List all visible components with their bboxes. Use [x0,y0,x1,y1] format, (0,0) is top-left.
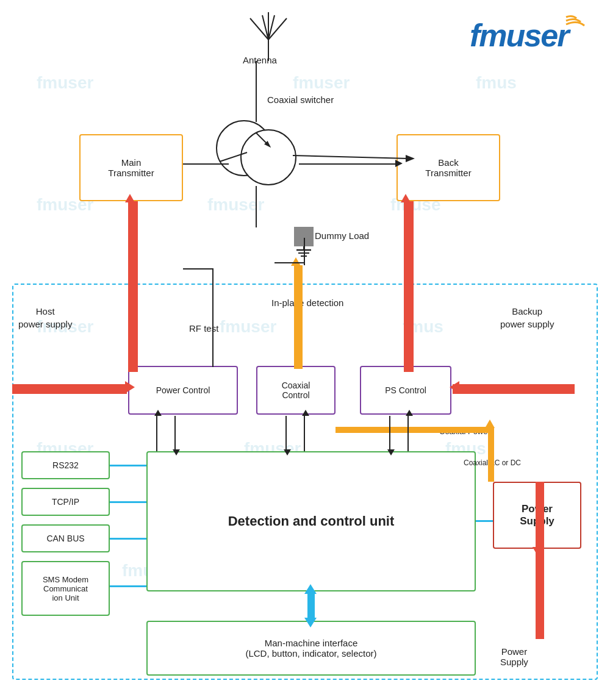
yellow-arrow-up [294,265,303,369]
logo-area: fmuser [470,11,592,54]
black-arrow-ps-down2 [407,416,409,451]
arrowhead-yellow-up [291,257,301,266]
can-bus-box: CAN BUS [21,524,110,552]
black-arrow-cc-down2 [304,416,305,451]
main-transmitter-box: Main Transmitter [79,134,183,201]
power-supply-bottom-label: PowerSupply [500,646,528,667]
red-arrow-ps-bottom [536,549,544,639]
blue-sms-line [110,585,146,587]
power-control-box: Power Control [128,366,238,415]
blue-arrow-vert [307,591,315,621]
arrowhead-back [395,160,403,167]
backup-power-supply-label: Backuppower supply [500,305,554,330]
blue-can-line [110,538,146,540]
line-dummy-cc [304,238,305,265]
arrowhead-yellow-power [485,420,495,428]
arrowhead-blue-up [304,584,317,594]
black-arrow-pc-down [174,416,176,451]
in-place-detection-label: In-place detection [271,298,343,308]
watermark-2: fmuser [293,73,350,93]
arrowhead-blue-down [304,618,317,627]
antenna-label: Antenna [243,55,277,65]
arrowhead-main-up [125,194,135,202]
rf-test-label: RF test [189,323,218,334]
black-arrow-ps-down [389,416,390,451]
watermark-3: fmus [476,73,517,93]
yellow-vert-power [488,427,494,482]
blue-rs232-line [110,465,146,466]
line-dummy-cc-horiz [274,262,305,263]
sms-modem-box: SMS Modem Communicat ion Unit [21,561,110,616]
red-arrow-back-down [404,201,414,372]
arrowhead-cc-down [284,449,291,455]
arrowhead-pc-down [173,449,180,455]
red-arrow-left-horiz [12,384,127,394]
blue-tcp-line [110,501,146,503]
fmuser-logo: fmuser [470,11,592,54]
black-arrow-pc-down2 [156,416,157,451]
red-arrow-right-horiz [453,384,575,394]
svg-marker-17 [406,155,415,162]
svg-line-16 [293,155,409,159]
rf-test-line [212,268,214,367]
arrowhead-cc-up [302,410,309,416]
arrowhead-ps-down [387,449,395,455]
red-arrow-ps-vert [536,482,544,549]
tcp-ip-box: TCP/IP [21,488,110,516]
diagram-container: fmuser fmuser fmus fmuser fmuser fmuse f… [0,0,610,700]
host-power-supply-label: Hostpower supply [18,305,72,330]
rs232-box: RS232 [21,451,110,479]
yellow-horiz-line [336,427,494,433]
dummy-load-label: Dummy Load [315,230,369,241]
blue-detect-ps-line [476,520,493,522]
antenna-line [256,61,257,122]
arrowhead-ps-up [406,410,413,416]
arrowhead-pc-up [154,410,162,416]
svg-text:fmuser: fmuser [470,18,571,53]
line-switcher-main [183,163,229,165]
watermark-1: fmuser [37,73,93,93]
svg-line-15 [220,152,247,162]
coaxial-control-box: Coaxial Control [256,366,336,415]
arrowhead-right-left [450,381,459,393]
black-arrow-cc-down [285,416,287,451]
detection-control-box: Detection and control unit [146,451,476,591]
man-machine-box: Man-machine interface (LCD, button, indi… [146,621,476,676]
arrowhead-left-right [125,381,135,393]
coaxial-switcher-label: Coaxial switcher [267,95,334,105]
red-arrow-main-down [128,201,138,372]
rf-test-horiz [183,268,214,270]
ps-control-box: PS Control [360,366,451,415]
line-switcher-back [299,163,396,165]
